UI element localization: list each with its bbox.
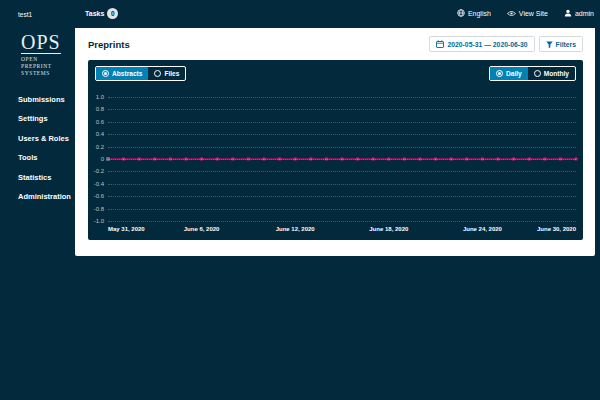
dataset-toggle-group: Abstracts Files xyxy=(95,66,186,81)
x-tick-label: June 24, 2020 xyxy=(463,226,502,232)
ops-logo[interactable]: OPS Open Preprint Systems xyxy=(21,32,75,77)
monthly-radio[interactable]: Monthly xyxy=(528,67,575,80)
sidebar-item-tools[interactable]: Tools xyxy=(0,148,75,168)
page-title: Preprints xyxy=(88,39,130,50)
view-site-label: View Site xyxy=(519,10,548,17)
ops-logo-subtitle: Open Preprint Systems xyxy=(21,56,75,77)
filters-button[interactable]: Filters xyxy=(539,36,583,52)
radio-icon xyxy=(102,70,109,77)
gridline xyxy=(108,159,576,160)
calendar-icon xyxy=(436,40,444,48)
x-axis-labels: May 31, 2020June 6, 2020June 12, 2020Jun… xyxy=(108,226,576,236)
gridline xyxy=(108,184,576,185)
abstracts-radio-label: Abstracts xyxy=(112,70,142,77)
gridline xyxy=(108,134,576,135)
y-tick-label: 0 xyxy=(101,156,104,162)
sidebar-menu: Submissions Settings Users & Roles Tools… xyxy=(0,90,75,207)
user-icon xyxy=(564,9,572,17)
x-tick-label: May 31, 2020 xyxy=(108,226,145,232)
gridline xyxy=(108,147,576,148)
y-tick-label: -0.2 xyxy=(94,168,104,174)
radio-icon xyxy=(534,70,541,77)
tasks-link[interactable]: Tasks 0 xyxy=(85,8,118,19)
sidebar: OPS Open Preprint Systems Submissions Se… xyxy=(0,28,75,400)
x-tick-label: June 6, 2020 xyxy=(184,226,220,232)
header-actions: 2020-05-31 — 2020-06-30 Filters xyxy=(429,36,583,52)
daily-radio-label: Daily xyxy=(506,70,522,77)
y-tick-label: 1.0 xyxy=(96,94,104,100)
y-tick-label: -0.6 xyxy=(94,193,104,199)
sidebar-item-settings[interactable]: Settings xyxy=(0,109,75,129)
tasks-count-badge: 0 xyxy=(107,8,118,19)
language-label: English xyxy=(468,10,491,17)
sidebar-item-statistics[interactable]: Statistics xyxy=(0,168,75,188)
y-axis-labels: 1.00.80.60.40.20-0.2-0.4-0.6-0.8-1.0 xyxy=(88,97,104,221)
x-tick-label: June 30, 2020 xyxy=(537,226,576,232)
x-tick-label: June 12, 2020 xyxy=(276,226,315,232)
gridline xyxy=(108,97,576,98)
y-tick-label: 0.2 xyxy=(96,144,104,150)
globe-icon xyxy=(457,9,465,17)
user-name-label: admin xyxy=(575,10,594,17)
x-tick-label: June 18, 2020 xyxy=(369,226,408,232)
y-tick-label: -0.4 xyxy=(94,181,104,187)
gridline xyxy=(108,171,576,172)
view-site-link[interactable]: View Site xyxy=(507,10,548,17)
interval-toggle-group: Daily Monthly xyxy=(489,66,576,81)
y-tick-label: 0.6 xyxy=(96,119,104,125)
radio-icon xyxy=(154,70,161,77)
chart-controls: Abstracts Files Daily Monthly xyxy=(88,60,583,81)
filter-funnel-icon xyxy=(546,41,553,48)
y-tick-label: -1.0 xyxy=(94,218,104,224)
gridline xyxy=(108,122,576,123)
stats-chart-panel: Abstracts Files Daily Monthly 1.00.80.60… xyxy=(88,60,583,240)
tasks-label: Tasks xyxy=(85,10,104,17)
files-radio[interactable]: Files xyxy=(148,67,185,80)
sidebar-item-submissions[interactable]: Submissions xyxy=(0,90,75,110)
date-range-label: 2020-05-31 — 2020-06-30 xyxy=(447,41,527,48)
top-bar: test1 Tasks 0 English View Site admin xyxy=(0,0,600,28)
files-radio-label: Files xyxy=(164,70,179,77)
gridline xyxy=(108,109,576,110)
page-header: Preprints 2020-05-31 — 2020-06-30 Filter… xyxy=(75,28,595,52)
filters-label: Filters xyxy=(556,41,576,48)
language-menu[interactable]: English xyxy=(457,9,491,17)
context-name: test1 xyxy=(18,11,32,18)
ops-logo-acronym: OPS xyxy=(21,32,61,54)
sidebar-item-administration[interactable]: Administration xyxy=(0,187,75,207)
daily-radio[interactable]: Daily xyxy=(490,67,528,80)
y-tick-label: -0.8 xyxy=(94,206,104,212)
gridline xyxy=(108,209,576,210)
eye-icon xyxy=(507,10,516,17)
monthly-radio-label: Monthly xyxy=(544,70,569,77)
gridline xyxy=(108,196,576,197)
sidebar-item-users-roles[interactable]: Users & Roles xyxy=(0,129,75,149)
gridline xyxy=(108,221,576,222)
date-range-button[interactable]: 2020-05-31 — 2020-06-30 xyxy=(429,36,534,52)
abstracts-radio[interactable]: Abstracts xyxy=(96,67,148,80)
plot-area xyxy=(108,97,576,221)
radio-icon xyxy=(496,70,503,77)
top-nav: English View Site admin xyxy=(457,9,594,17)
user-menu[interactable]: admin xyxy=(564,9,594,17)
y-tick-label: 0.8 xyxy=(96,106,104,112)
main-content: Preprints 2020-05-31 — 2020-06-30 Filter… xyxy=(75,28,595,256)
y-tick-label: 0.4 xyxy=(96,131,104,137)
